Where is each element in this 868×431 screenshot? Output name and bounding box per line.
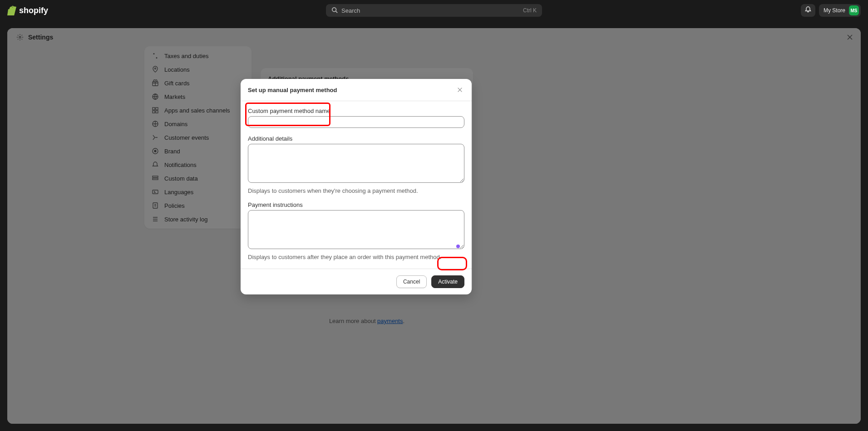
search-shortcut: Ctrl K	[523, 7, 537, 14]
store-label: My Store	[824, 7, 845, 14]
manual-payment-modal: Set up manual payment method Custom paym…	[241, 79, 472, 294]
payment-instructions-help: Displays to customers after they place a…	[248, 254, 464, 260]
modal-close-button[interactable]	[455, 85, 464, 94]
search-icon	[331, 7, 338, 15]
modal-body: Custom payment method name Additional de…	[241, 101, 472, 269]
payment-name-input[interactable]	[248, 116, 464, 128]
modal-header: Set up manual payment method	[241, 79, 472, 101]
payment-instructions-label: Payment instructions	[248, 201, 464, 208]
additional-details-help: Displays to customers when they're choos…	[248, 187, 464, 194]
store-avatar: MS	[849, 5, 859, 15]
search-input[interactable]: Search Ctrl K	[326, 4, 542, 17]
notifications-button[interactable]	[801, 4, 815, 17]
top-bar: shopify Search Ctrl K My Store MS	[0, 0, 868, 21]
svg-point-0	[332, 7, 336, 11]
logo-text: shopify	[19, 6, 48, 15]
store-menu-button[interactable]: My Store MS	[819, 4, 861, 17]
additional-details-textarea[interactable]	[248, 144, 464, 183]
cancel-button[interactable]: Cancel	[396, 275, 427, 288]
svg-line-1	[336, 11, 338, 13]
shopify-bag-icon	[7, 5, 16, 15]
resize-indicator-icon	[456, 245, 460, 248]
search-placeholder: Search	[341, 7, 360, 14]
topbar-right: My Store MS	[801, 4, 861, 17]
payment-instructions-textarea[interactable]	[248, 210, 464, 249]
modal-title: Set up manual payment method	[248, 87, 337, 93]
additional-details-label: Additional details	[248, 135, 464, 142]
payment-name-label: Custom payment method name	[248, 108, 464, 114]
bell-icon	[804, 6, 812, 15]
activate-button[interactable]: Activate	[431, 275, 464, 288]
shopify-logo[interactable]: shopify	[7, 5, 48, 15]
modal-footer: Cancel Activate	[241, 269, 472, 294]
